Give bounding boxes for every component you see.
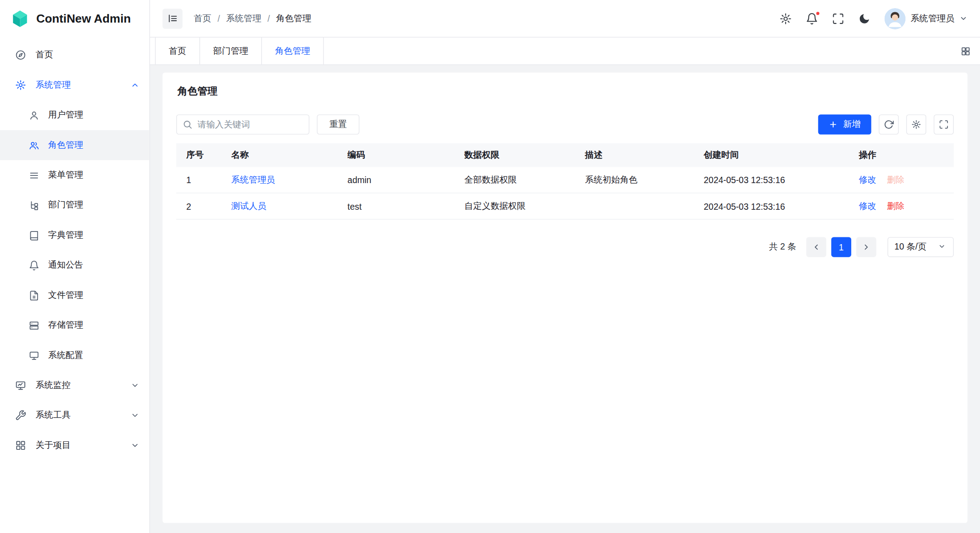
column-header: 操作 [849, 150, 954, 161]
breadcrumb-item-system[interactable]: 系统管理 [226, 13, 261, 24]
app-logo-icon [10, 9, 30, 28]
cell-actions: 修改 删除 [849, 174, 954, 185]
breadcrumb: 首页 / 系统管理 / 角色管理 [194, 13, 311, 24]
sidebar-item-label: 关于项目 [36, 440, 122, 451]
user-menu[interactable]: 系统管理员 [884, 8, 967, 29]
server-icon [29, 320, 40, 331]
tab-list-grid-icon[interactable] [951, 38, 980, 65]
cell-code: admin [338, 175, 455, 185]
menu-fold-icon [167, 13, 178, 24]
table-row: 1 系统管理员 admin 全部数据权限 系统初始角色 2024-05-03 1… [176, 167, 954, 193]
sidebar-item-label: 文件管理 [48, 290, 140, 301]
notification-bell-icon[interactable] [806, 12, 818, 25]
roles-table: 序号 名称 编码 数据权限 描述 创建时间 操作 1 系统管理员 admin 全… [176, 143, 954, 220]
role-name-link[interactable]: 测试人员 [221, 201, 338, 212]
sidebar-item-system-tools[interactable]: 系统工具 [0, 401, 150, 430]
cell-description: 系统初始角色 [575, 174, 694, 185]
plus-icon [829, 120, 837, 129]
sidebar-item-system-config[interactable]: 系统配置 [0, 340, 150, 370]
search-input[interactable] [176, 114, 309, 134]
main-column: 首页 / 系统管理 / 角色管理 [150, 0, 980, 533]
sidebar-menu: 首页 系统管理 用户管理 [0, 38, 150, 460]
sidebar-item-menu-management[interactable]: 菜单管理 [0, 160, 150, 190]
sidebar: ContiNew Admin 首页 系统管理 [0, 0, 150, 533]
sidebar-item-user-management[interactable]: 用户管理 [0, 100, 150, 130]
sidebar-item-about-project[interactable]: 关于项目 [0, 430, 150, 460]
dark-mode-moon-icon[interactable] [858, 12, 871, 25]
breadcrumb-item-home[interactable]: 首页 [194, 13, 211, 24]
reset-button[interactable]: 重置 [317, 114, 359, 134]
monitor-icon [29, 350, 40, 361]
role-name-link[interactable]: 系统管理员 [221, 174, 338, 185]
list-icon [29, 170, 40, 181]
page-size-select[interactable]: 10 条/页 [887, 237, 954, 257]
sidebar-item-home[interactable]: 首页 [0, 40, 150, 70]
sidebar-item-dept-management[interactable]: 部门管理 [0, 190, 150, 220]
content-area: 角色管理 重置 新增 [150, 65, 980, 533]
column-header: 创建时间 [694, 150, 849, 161]
home-icon [15, 49, 26, 61]
sidebar-item-system-monitor[interactable]: 系统监控 [0, 370, 150, 400]
monitor-chart-icon [15, 380, 26, 391]
menu-collapse-button[interactable] [163, 9, 183, 28]
app-root: ContiNew Admin 首页 系统管理 [0, 0, 980, 533]
add-button-label: 新增 [843, 119, 861, 130]
table-header-row: 序号 名称 编码 数据权限 描述 创建时间 操作 [176, 143, 954, 167]
column-header: 名称 [221, 150, 338, 161]
page-title: 角色管理 [178, 85, 954, 98]
cell-data-scope: 全部数据权限 [455, 174, 575, 185]
tab-home[interactable]: 首页 [155, 38, 200, 65]
prev-page-button[interactable] [806, 237, 826, 257]
header: 首页 / 系统管理 / 角色管理 [150, 0, 980, 38]
tab-dept-management[interactable]: 部门管理 [200, 38, 262, 65]
delete-link[interactable]: 删除 [887, 201, 905, 212]
pagination: 共 2 条 1 10 条/页 [176, 237, 954, 257]
app-title: ContiNew Admin [36, 12, 131, 25]
cell-created-at: 2024-05-03 12:53:16 [694, 201, 849, 211]
users-icon [29, 140, 40, 151]
table-row: 2 测试人员 test 自定义数据权限 2024-05-03 12:53:16 … [176, 193, 954, 220]
sidebar-item-storage-management[interactable]: 存储管理 [0, 310, 150, 340]
edit-link[interactable]: 修改 [859, 174, 877, 185]
chevron-down-icon [959, 14, 967, 23]
notification-badge [816, 11, 820, 15]
sidebar-item-label: 系统监控 [36, 380, 122, 391]
table-fullscreen-button[interactable] [934, 114, 954, 134]
next-page-button[interactable] [856, 237, 876, 257]
sidebar-submenu-system: 用户管理 角色管理 菜单管理 [0, 100, 150, 370]
user-avatar [884, 8, 905, 29]
sidebar-item-label: 系统配置 [48, 350, 140, 361]
bell-icon [29, 260, 40, 271]
cell-data-scope: 自定义数据权限 [455, 201, 575, 212]
page-number-button[interactable]: 1 [831, 237, 851, 257]
column-header: 描述 [575, 150, 694, 161]
table-settings-button[interactable] [906, 114, 926, 134]
sidebar-item-notice[interactable]: 通知公告 [0, 250, 150, 280]
pagination-total: 共 2 条 [769, 241, 796, 253]
cell-index: 1 [176, 175, 221, 185]
toolbar-right: 新增 [818, 114, 954, 134]
fullscreen-icon[interactable] [832, 12, 844, 25]
tab-role-management[interactable]: 角色管理 [262, 38, 324, 65]
user-icon [29, 110, 40, 121]
refresh-button[interactable] [879, 114, 899, 134]
gear-icon [15, 80, 26, 91]
sidebar-item-label: 存储管理 [48, 320, 140, 331]
sidebar-item-role-management[interactable]: 角色管理 [0, 130, 150, 160]
tab-label: 角色管理 [275, 45, 310, 57]
chevron-down-icon [131, 381, 139, 390]
settings-icon[interactable] [779, 12, 792, 25]
breadcrumb-separator: / [217, 14, 220, 24]
edit-link[interactable]: 修改 [859, 201, 877, 212]
toolbar: 重置 新增 [176, 114, 954, 134]
book-icon [29, 230, 40, 241]
sidebar-item-label: 通知公告 [48, 259, 140, 271]
sidebar-item-label: 首页 [36, 49, 140, 61]
sidebar-item-dict-management[interactable]: 字典管理 [0, 220, 150, 250]
tab-label: 部门管理 [213, 45, 248, 57]
sidebar-item-system-management[interactable]: 系统管理 [0, 70, 150, 100]
page-size-value: 10 条/页 [895, 241, 927, 253]
add-button[interactable]: 新增 [818, 114, 872, 134]
sidebar-item-file-management[interactable]: 文件管理 [0, 280, 150, 310]
column-header: 编码 [338, 150, 455, 161]
